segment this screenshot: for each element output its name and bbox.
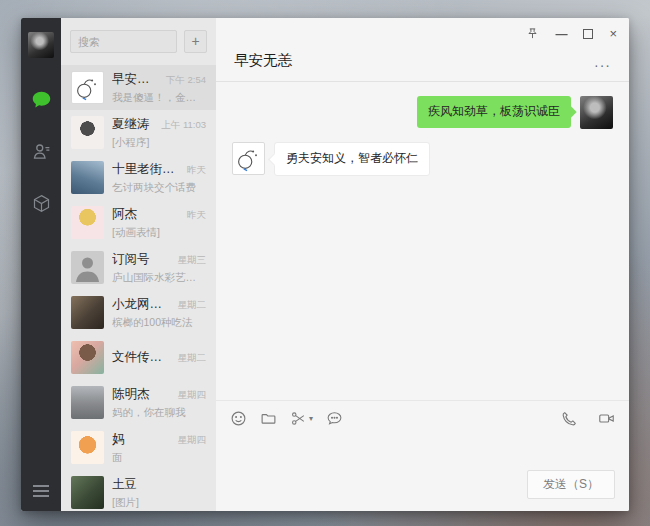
chat-item[interactable]: 夏继涛上午 11:03 [小程序] <box>61 110 216 155</box>
send-file-button[interactable] <box>260 410 277 427</box>
chat-time: 下午 2:54 <box>161 74 206 87</box>
message-bubble: 疾风知劲草，板荡识诚臣 <box>417 96 571 128</box>
chat-time: 星期三 <box>173 254 207 267</box>
message-row-outgoing: 疾风知劲草，板荡识诚臣 <box>232 96 613 129</box>
avatar <box>71 431 104 464</box>
search-input[interactable] <box>70 30 177 53</box>
chat-title: 早安无恙 <box>234 51 292 70</box>
chat-time: 星期四 <box>173 389 207 402</box>
chat-history-icon <box>326 410 343 427</box>
chat-item[interactable]: 小龙网食品星期二 槟榔的100种吃法 <box>61 290 216 335</box>
nav-sidebar <box>21 18 61 511</box>
chat-preview: 我是傻逼！，金少凯 <box>112 91 206 105</box>
chat-name: 阿杰 <box>112 206 137 223</box>
menu-icon[interactable] <box>33 485 49 497</box>
chat-item[interactable]: 妈星期四 面 <box>61 425 216 470</box>
chat-preview: 乞讨两块交个话费 <box>112 181 206 195</box>
collections-tab[interactable] <box>30 192 52 214</box>
sender-avatar[interactable] <box>232 142 265 175</box>
compose-area: ▾ <box>216 400 629 511</box>
emoji-icon <box>230 410 247 427</box>
chat-name: 陈明杰 <box>112 386 150 403</box>
chat-item[interactable]: 土豆 [图片] <box>61 470 216 511</box>
chat-time: 星期二 <box>173 352 207 365</box>
chat-history-button[interactable] <box>326 410 343 427</box>
avatar <box>71 251 104 284</box>
chevron-down-icon: ▾ <box>309 414 313 423</box>
chat-item[interactable]: 订阅号星期三 庐山国际水彩艺术节. <box>61 245 216 290</box>
chat-preview: 庐山国际水彩艺术节. <box>112 271 206 285</box>
desktop-background: + 早安无恙下午 2:54 我是傻逼！，金少凯 <box>0 0 650 526</box>
chat-name: 小龙网食品 <box>112 296 173 313</box>
chat-time: 上午 11:03 <box>156 119 206 132</box>
avatar <box>71 341 104 374</box>
voice-call-icon <box>561 410 578 427</box>
avatar <box>71 476 104 509</box>
user-avatar[interactable] <box>28 32 54 58</box>
chat-item[interactable]: 十里老街秋名山...昨天 乞讨两块交个话费 <box>61 155 216 200</box>
avatar <box>71 71 104 104</box>
chats-tab[interactable] <box>30 88 52 110</box>
avatar <box>71 296 104 329</box>
chat-preview: [动画表情] <box>112 226 206 240</box>
minimize-button[interactable]: — <box>555 28 567 40</box>
chat-preview: 妈的，你在聊我 <box>112 406 206 420</box>
pin-icon <box>526 27 539 40</box>
voice-call-button[interactable] <box>561 410 578 427</box>
chat-name: 早安无恙 <box>112 71 161 88</box>
chat-pane: — × 早安无恙 ··· 疾风知劲草，板荡识诚臣 <box>216 18 629 511</box>
chat-name: 十里老街秋名山... <box>112 161 182 178</box>
chat-name: 土豆 <box>112 476 137 493</box>
video-call-icon <box>598 410 615 427</box>
pin-button[interactable] <box>526 27 539 40</box>
avatar <box>71 116 104 149</box>
chat-time: 昨天 <box>182 209 206 222</box>
chat-item[interactable]: 早安无恙下午 2:54 我是傻逼！，金少凯 <box>61 65 216 110</box>
message-input[interactable] <box>216 435 629 470</box>
cube-icon <box>31 193 52 214</box>
video-call-button[interactable] <box>598 410 615 427</box>
message-bubble: 勇夫安知义，智者必怀仁 <box>274 142 430 176</box>
chat-item[interactable]: 文件传输助手星期二 <box>61 335 216 380</box>
send-button[interactable]: 发送（S） <box>527 470 615 499</box>
wechat-window: + 早安无恙下午 2:54 我是傻逼！，金少凯 <box>21 18 629 511</box>
maximize-button[interactable] <box>583 29 593 39</box>
emoji-button[interactable] <box>230 410 247 427</box>
chat-time: 星期四 <box>173 434 207 447</box>
window-controls: — × <box>526 27 617 40</box>
contacts-tab[interactable] <box>30 140 52 162</box>
chat-preview: [小程序] <box>112 136 206 150</box>
folder-icon <box>260 410 277 427</box>
chat-preview: [图片] <box>112 496 206 510</box>
scissors-icon <box>290 410 307 427</box>
close-button[interactable]: × <box>609 28 617 40</box>
screenshot-button[interactable]: ▾ <box>290 410 313 427</box>
sender-avatar[interactable] <box>580 96 613 129</box>
compose-toolbar: ▾ <box>216 401 629 435</box>
chat-time: 星期二 <box>173 299 207 312</box>
message-row-incoming: 勇夫安知义，智者必怀仁 <box>232 142 613 176</box>
contacts-icon <box>31 141 52 162</box>
chat-preview: 槟榔的100种吃法 <box>112 316 206 330</box>
chat-time: 昨天 <box>182 164 206 177</box>
chat-name: 夏继涛 <box>112 116 150 133</box>
chat-item[interactable]: 陈明杰星期四 妈的，你在聊我 <box>61 380 216 425</box>
more-menu-button[interactable]: ··· <box>594 60 611 70</box>
search-row: + <box>61 18 216 65</box>
chat-preview: 面 <box>112 451 206 465</box>
message-area: 疾风知劲草，板荡识诚臣 勇夫安知义，智者必怀仁 <box>216 82 629 400</box>
add-chat-button[interactable]: + <box>184 30 207 53</box>
chat-name: 妈 <box>112 431 125 448</box>
avatar <box>71 206 104 239</box>
avatar <box>71 386 104 419</box>
chat-name: 订阅号 <box>112 251 150 268</box>
chat-item[interactable]: 阿杰昨天 [动画表情] <box>61 200 216 245</box>
chat-bubble-icon <box>31 89 52 110</box>
maximize-icon <box>583 29 593 39</box>
chat-name: 文件传输助手 <box>112 349 173 366</box>
avatar <box>71 161 104 194</box>
conversation-list: + 早安无恙下午 2:54 我是傻逼！，金少凯 <box>61 18 216 511</box>
